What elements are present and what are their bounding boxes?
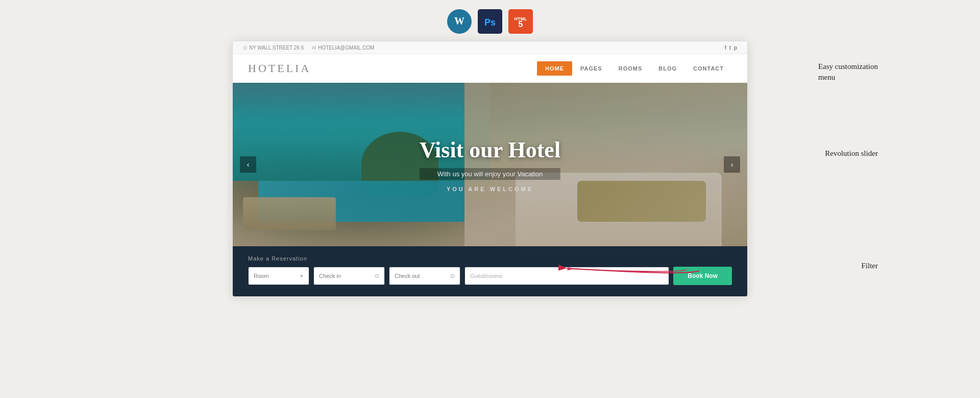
- annotation-customization: Easy customizationmenu: [818, 61, 878, 83]
- guests-field[interactable]: Guest/rooms: [464, 267, 669, 285]
- room-select[interactable]: Room ▼: [248, 267, 309, 285]
- reservation-fields: Room ▼ Check in ⊙ Check out ⊙: [248, 267, 732, 285]
- slider-next-button[interactable]: ›: [724, 156, 740, 173]
- guests-placeholder: Guest/rooms: [470, 273, 502, 279]
- email-text: HOTELIA@GMAIL.COM: [318, 45, 374, 51]
- book-now-button[interactable]: Book Now: [673, 267, 732, 285]
- svg-text:5: 5: [519, 20, 523, 29]
- browser-frame: ⊙ NY WALL STREET 26 6 ✉ HOTELIA@GMAIL.CO…: [232, 41, 748, 297]
- facebook-icon[interactable]: f: [725, 44, 726, 51]
- nav-item-blog[interactable]: BLOG: [650, 61, 685, 76]
- reservation-title: Make a Reservation: [248, 255, 732, 262]
- site-topbar: ⊙ NY WALL STREET 26 6 ✉ HOTELIA@GMAIL.CO…: [233, 41, 747, 54]
- html5-icon: HTML 5: [508, 9, 533, 34]
- nav-item-rooms[interactable]: ROOMS: [610, 61, 651, 76]
- room-placeholder: Room: [254, 273, 268, 279]
- address-text: NY WALL STREET 26 6: [249, 45, 304, 51]
- nav-item-contact[interactable]: CONTACT: [685, 61, 732, 76]
- checkout-field[interactable]: Check out ⊙: [389, 267, 460, 285]
- site-logo: HOTELIA: [248, 62, 311, 75]
- hero-slider: ‹ › Visit our Hotel With us you will enj…: [233, 83, 747, 246]
- checkout-calendar-icon: ⊙: [450, 273, 455, 279]
- checkin-placeholder: Check in: [319, 273, 341, 279]
- nav-item-pages[interactable]: PAGES: [572, 61, 610, 76]
- reservation-bar: Make a Reservation Room ▼ Check in ⊙ Che…: [233, 246, 747, 296]
- checkout-placeholder: Check out: [395, 273, 420, 279]
- annotation-revolution-slider: Revolution slider: [825, 148, 878, 159]
- hero-subtitle: With us you will enjoy your Vacation: [420, 168, 560, 180]
- topbar-email: ✉ HOTELIA@GMAIL.COM: [312, 45, 374, 51]
- wordpress-icon: W: [447, 9, 472, 34]
- email-icon: ✉: [312, 45, 316, 51]
- location-icon: ⊙: [243, 45, 247, 51]
- twitter-icon[interactable]: t: [729, 44, 731, 51]
- nav-item-home[interactable]: HOME: [537, 61, 572, 76]
- annotation-filter: Filter: [862, 261, 878, 271]
- site-nav: HOTELIA HOME PAGES ROOMS BLOG CONTACT: [233, 54, 747, 83]
- pinterest-icon[interactable]: p: [734, 44, 737, 51]
- hero-welcome: YOU ARE WELCOME: [420, 186, 560, 192]
- svg-text:Ps: Ps: [484, 17, 496, 28]
- topbar-left: ⊙ NY WALL STREET 26 6 ✉ HOTELIA@GMAIL.CO…: [243, 45, 374, 51]
- hero-content: Visit our Hotel With us you will enjoy y…: [420, 137, 560, 192]
- room-dropdown-arrow: ▼: [300, 274, 304, 278]
- topbar-social: f t p: [725, 44, 737, 51]
- hero-title: Visit our Hotel: [420, 137, 560, 163]
- slider-prev-button[interactable]: ‹: [240, 156, 256, 173]
- svg-text:W: W: [454, 15, 464, 27]
- checkin-calendar-icon: ⊙: [375, 273, 379, 279]
- photoshop-icon: Ps: [478, 9, 502, 34]
- topbar-address: ⊙ NY WALL STREET 26 6: [243, 45, 304, 51]
- nav-menu: HOME PAGES ROOMS BLOG CONTACT: [537, 61, 732, 76]
- tech-icons-row: W Ps HTML 5: [447, 0, 533, 41]
- checkin-field[interactable]: Check in ⊙: [313, 267, 385, 285]
